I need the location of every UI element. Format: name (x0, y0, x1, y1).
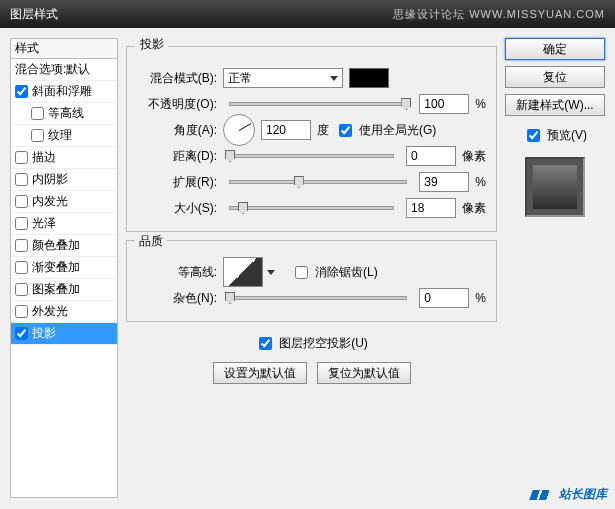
style-item[interactable]: 光泽 (11, 213, 117, 235)
noise-slider[interactable] (229, 296, 407, 300)
style-checkbox[interactable] (15, 85, 28, 98)
titlebar: 图层样式 思缘设计论坛 WWW.MISSYUAN.COM (0, 0, 615, 28)
styles-header: 样式 (10, 38, 118, 58)
style-label: 纹理 (48, 127, 72, 144)
preview-checkbox[interactable]: 预览(V) (505, 126, 605, 145)
opacity-slider[interactable] (229, 102, 407, 106)
style-checkbox[interactable] (15, 151, 28, 164)
effect-heading: 投影 (136, 36, 168, 53)
style-item[interactable]: 斜面和浮雕 (11, 81, 117, 103)
opacity-input[interactable]: 100 (419, 94, 469, 114)
style-label: 外发光 (32, 303, 68, 320)
style-item[interactable]: 渐变叠加 (11, 257, 117, 279)
contour-label: 等高线: (137, 264, 217, 281)
quality-fieldset: 品质 等高线: 消除锯齿(L) 杂色(N): 0 % (126, 240, 497, 322)
cancel-button[interactable]: 复位 (505, 66, 605, 88)
style-label: 投影 (32, 325, 56, 342)
style-item[interactable]: 外发光 (11, 301, 117, 323)
blend-mode-label: 混合模式(B): (137, 70, 217, 87)
style-checkbox[interactable] (31, 129, 44, 142)
new-style-button[interactable]: 新建样式(W)... (505, 94, 605, 116)
style-item[interactable]: 描边 (11, 147, 117, 169)
style-item[interactable]: 内阴影 (11, 169, 117, 191)
spread-input[interactable]: 39 (419, 172, 469, 192)
style-item[interactable]: 颜色叠加 (11, 235, 117, 257)
style-label: 斜面和浮雕 (32, 83, 92, 100)
style-label: 描边 (32, 149, 56, 166)
angle-input[interactable]: 120 (261, 120, 311, 140)
size-input[interactable]: 18 (406, 198, 456, 218)
contour-picker[interactable] (223, 257, 263, 287)
style-label: 渐变叠加 (32, 259, 80, 276)
chevron-down-icon[interactable] (267, 270, 275, 275)
size-label: 大小(S): (137, 200, 217, 217)
style-checkbox[interactable] (15, 239, 28, 252)
style-label: 等高线 (48, 105, 84, 122)
style-item[interactable]: 图案叠加 (11, 279, 117, 301)
angle-label: 角度(A): (137, 122, 217, 139)
wave-icon (529, 490, 557, 500)
style-label: 光泽 (32, 215, 56, 232)
styles-panel: 样式 混合选项:默认 斜面和浮雕等高线纹理描边内阴影内发光光泽颜色叠加渐变叠加图… (10, 38, 118, 499)
style-checkbox[interactable] (15, 173, 28, 186)
style-item[interactable]: 等高线 (11, 103, 117, 125)
style-label: 内阴影 (32, 171, 68, 188)
structure-fieldset: 结构 混合模式(B): 正常 不透明度(O): 100 % 角度(A): 120 (126, 46, 497, 232)
style-checkbox[interactable] (15, 195, 28, 208)
style-checkbox[interactable] (15, 217, 28, 230)
distance-input[interactable]: 0 (406, 146, 456, 166)
style-item[interactable]: 投影 (11, 323, 117, 345)
spread-label: 扩展(R): (137, 174, 217, 191)
reset-default-button[interactable]: 复位为默认值 (317, 362, 411, 384)
spread-slider[interactable] (229, 180, 407, 184)
effect-panel: 投影 结构 混合模式(B): 正常 不透明度(O): 100 % 角度(A): (126, 38, 497, 499)
style-label: 图案叠加 (32, 281, 80, 298)
angle-dial[interactable] (223, 114, 255, 146)
style-label: 内发光 (32, 193, 68, 210)
global-light-checkbox[interactable]: 使用全局光(G) (335, 121, 436, 140)
action-panel: 确定 复位 新建样式(W)... 预览(V) (505, 38, 605, 499)
noise-label: 杂色(N): (137, 290, 217, 307)
titlebar-credit: 思缘设计论坛 WWW.MISSYUAN.COM (393, 7, 605, 22)
style-label: 颜色叠加 (32, 237, 80, 254)
styles-list: 混合选项:默认 斜面和浮雕等高线纹理描边内阴影内发光光泽颜色叠加渐变叠加图案叠加… (10, 58, 118, 498)
style-checkbox[interactable] (15, 283, 28, 296)
size-slider[interactable] (229, 206, 394, 210)
quality-title: 品质 (135, 233, 167, 250)
distance-slider[interactable] (229, 154, 394, 158)
set-default-button[interactable]: 设置为默认值 (213, 362, 307, 384)
distance-label: 距离(D): (137, 148, 217, 165)
style-item[interactable]: 纹理 (11, 125, 117, 147)
chevron-down-icon (330, 76, 338, 81)
style-checkbox[interactable] (31, 107, 44, 120)
blend-mode-select[interactable]: 正常 (223, 68, 343, 88)
blend-options-row[interactable]: 混合选项:默认 (11, 59, 117, 81)
style-item[interactable]: 内发光 (11, 191, 117, 213)
opacity-label: 不透明度(O): (137, 96, 217, 113)
dialog-title: 图层样式 (10, 6, 58, 23)
noise-input[interactable]: 0 (419, 288, 469, 308)
style-checkbox[interactable] (15, 261, 28, 274)
style-checkbox[interactable] (15, 327, 28, 340)
knockout-checkbox[interactable]: 图层挖空投影(U) (255, 334, 368, 353)
antialias-checkbox[interactable]: 消除锯齿(L) (291, 263, 378, 282)
watermark: 站长图库 (531, 486, 607, 503)
preview-swatch (525, 157, 585, 217)
style-checkbox[interactable] (15, 305, 28, 318)
ok-button[interactable]: 确定 (505, 38, 605, 60)
shadow-color-swatch[interactable] (349, 68, 389, 88)
